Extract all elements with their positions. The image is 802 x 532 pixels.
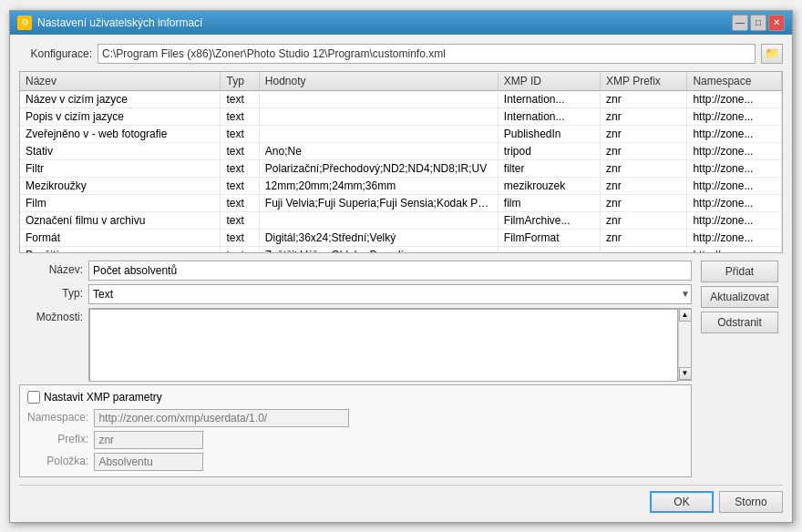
col-header-nazev: Název [20, 72, 221, 91]
table-row[interactable]: StativtextAno;Netripodznrhttp://zone... [20, 142, 782, 159]
table-cell: film [498, 194, 600, 211]
polozka-label: Položka: [27, 453, 88, 471]
table-cell: 12mm;20mm;24mm;36mm [259, 177, 498, 194]
table-cell: znr [601, 246, 687, 253]
close-button[interactable]: ✕ [768, 15, 785, 31]
moznosti-row: Možnosti: ▲ ▼ [19, 308, 692, 381]
window-title: Nastavení uživatelských informací [37, 16, 202, 29]
config-path-input[interactable] [98, 44, 756, 64]
polozka-input[interactable] [94, 453, 203, 471]
typ-row: Typ: Text Číslo Datum ▼ [19, 284, 692, 304]
table-cell: znr [601, 90, 687, 107]
table-row[interactable]: Mezikroužkytext12mm;20mm;24mm;36mmmezikr… [20, 177, 782, 194]
table-cell: tripod [498, 142, 600, 159]
table-cell: http://zone... [687, 142, 782, 159]
table-cell: http://zone... [687, 125, 782, 142]
aktualizovat-button[interactable]: Aktualizovat [701, 286, 778, 308]
xmp-checkbox-label: Nastavit XMP parametry [44, 391, 162, 404]
table-row[interactable]: Zveřejněno v - web fotografietextPublish… [20, 125, 782, 142]
table-cell: Mezikroužky [20, 177, 221, 194]
table-row[interactable]: FilmtextFuji Velvia;Fuji Superia;Fuji Se… [20, 194, 782, 211]
moznosti-textarea[interactable] [89, 309, 678, 382]
col-header-xmpid: XMP ID [498, 72, 600, 91]
table-row[interactable]: Název v cizím jazycetextInternation...zn… [20, 90, 782, 107]
col-header-namespace: Namespace [687, 72, 782, 91]
table-cell: text [221, 90, 259, 107]
maximize-button[interactable]: □ [750, 15, 766, 31]
table-cell: Název v cizím jazyce [20, 90, 221, 107]
table-row[interactable]: FormáttextDigitál;36x24;Střední;VelkýFil… [20, 229, 782, 246]
moznosti-label: Možnosti: [19, 308, 83, 323]
table-cell: mezikrouzek [498, 177, 600, 194]
table-row[interactable]: FiltrtextPolarizační;Přechodový;ND2;ND4;… [20, 159, 782, 177]
table-cell: Internation... [498, 107, 600, 125]
table-cell: Polarizační;Přechodový;ND2;ND4;ND8;IR;UV [259, 159, 498, 177]
table-row[interactable]: PoužitítextZvětšit;Výřez;Obloha;Pozadíus… [20, 246, 782, 253]
table-row[interactable]: Popis v cizím jazycetextInternation...zn… [20, 107, 782, 125]
pridat-button[interactable]: Přidat [701, 261, 778, 282]
table-cell: Použití [20, 246, 221, 253]
table-cell: http://zone... [687, 229, 782, 246]
table-cell: text [221, 159, 259, 177]
table-cell: text [221, 177, 259, 194]
table-cell: http://zone... [687, 246, 782, 253]
form-right: Přidat Aktualizovat Odstranit [701, 261, 783, 477]
moznosti-textarea-wrapper: ▲ ▼ [88, 308, 692, 381]
table-cell: Formát [20, 229, 221, 246]
table-cell [259, 211, 498, 229]
table-row[interactable]: Označení filmu v archivutextFilmArchive.… [20, 211, 782, 229]
table-cell: znr [601, 107, 687, 125]
ok-button[interactable]: OK [650, 491, 714, 513]
table-cell: PublishedIn [498, 125, 600, 142]
table-cell: Zvětšit;Výřez;Obloha;Pozadí [259, 246, 498, 253]
table-cell: Ano;Ne [259, 142, 498, 159]
table-cell: Digitál;36x24;Střední;Velký [259, 229, 498, 246]
table-cell: filter [498, 159, 600, 177]
form-section: Název: Typ: Text Číslo Datum ▼ [19, 261, 783, 477]
table-cell: text [221, 246, 259, 253]
table-cell: http://zone... [687, 90, 782, 107]
storno-button[interactable]: Storno [719, 491, 783, 513]
table-cell: text [221, 194, 259, 211]
table-cell: http://zone... [687, 194, 782, 211]
bottom-bar: OK Storno [19, 485, 783, 513]
window-icon: ⚙ [17, 15, 32, 30]
namespace-label: Namespace: [27, 409, 88, 427]
scroll-up-btn[interactable]: ▲ [679, 309, 692, 322]
folder-button[interactable]: 📁 [761, 44, 783, 64]
col-header-xmpprefix: XMP Prefix [601, 72, 687, 91]
table-cell: znr [601, 211, 687, 229]
table-cell: http://zone... [687, 159, 782, 177]
typ-select[interactable]: Text Číslo Datum [88, 284, 692, 304]
prefix-input[interactable] [94, 431, 203, 449]
table-cell: Označení filmu v archivu [20, 211, 221, 229]
xmp-checkbox[interactable] [27, 391, 40, 404]
config-label: Konfigurace: [19, 47, 92, 60]
table-cell: Zveřejněno v - web fotografie [20, 125, 221, 142]
table-cell: Fuji Velvia;Fuji Superia;Fuji Sensia;Kod… [259, 194, 498, 211]
table-cell: FilmFormat [498, 229, 600, 246]
xmp-section: Nastavit XMP parametry Namespace: Prefix… [19, 384, 692, 477]
table-cell: znr [601, 125, 687, 142]
table-cell: text [221, 229, 259, 246]
nazev-input[interactable] [88, 261, 692, 281]
scroll-down-btn[interactable]: ▼ [679, 367, 692, 380]
data-table-container[interactable]: Název Typ Hodnoty XMP ID XMP Prefix Name… [19, 71, 783, 253]
nazev-label: Název: [19, 261, 83, 276]
table-cell [259, 107, 498, 125]
form-left: Název: Typ: Text Číslo Datum ▼ [19, 261, 692, 477]
minimize-button[interactable]: — [732, 15, 748, 31]
nazev-row: Název: [19, 261, 692, 281]
table-cell: znr [601, 159, 687, 177]
table-cell: text [221, 142, 259, 159]
table-cell: http://zone... [687, 107, 782, 125]
col-header-typ: Typ [221, 72, 259, 91]
title-buttons: — □ ✕ [732, 15, 785, 31]
table-cell: http://zone... [687, 177, 782, 194]
odstranit-button[interactable]: Odstranit [701, 312, 778, 333]
namespace-input[interactable] [94, 409, 349, 427]
table-cell [259, 125, 498, 142]
xmp-fields: Namespace: Prefix: Položka: [27, 409, 684, 471]
table-cell: Popis v cizím jazyce [20, 107, 221, 125]
prefix-label: Prefix: [27, 431, 88, 449]
